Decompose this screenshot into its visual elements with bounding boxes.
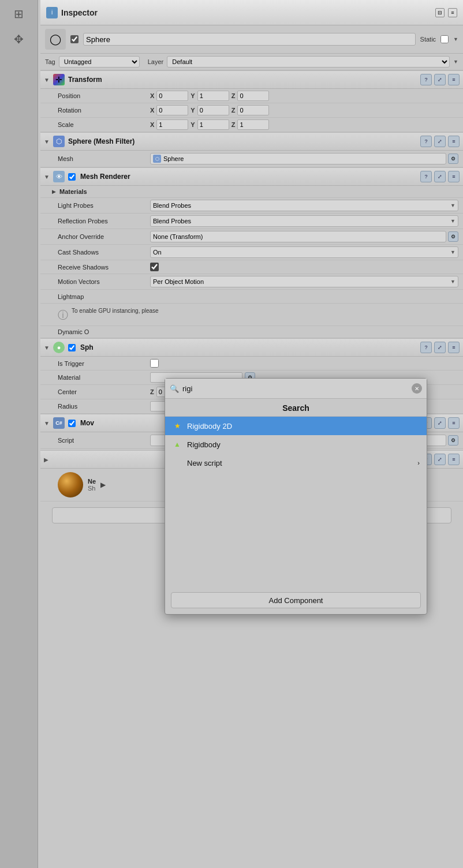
mat-expand-btn[interactable]: ⤢ [434,454,446,465]
transform-help-btn[interactable]: ? [420,74,432,85]
mesh-filter-help-btn[interactable]: ? [420,136,432,147]
receive-shadows-row: Receive Shadows [40,260,463,274]
search-text-input[interactable] [182,382,408,395]
materials-arrow: ▶ [52,189,56,194]
mesh-value-icon: ⬡ [153,155,161,163]
mesh-filter-icon: ⬡ [53,136,65,147]
is-trigger-checkbox[interactable] [150,359,159,368]
static-checkbox[interactable] [440,35,449,43]
mesh-renderer-arrow[interactable]: ▼ [44,174,50,180]
move-script-menu-btn[interactable]: ≡ [448,417,460,429]
script-gear-btn[interactable]: ⚙ [448,435,458,446]
rot-z-input[interactable] [237,105,269,115]
material-play-icon: ▶ [100,481,106,489]
receive-shadows-checkbox[interactable] [150,263,159,271]
reflection-probes-label: Reflection Probes [58,218,150,225]
search-result-rigidbody2d[interactable]: ★ Rigidbody 2D [165,417,427,435]
title-btn-2[interactable]: ≡ [448,8,457,17]
rigidbody2d-label: Rigidbody 2D [187,422,420,431]
search-spacer [165,472,427,588]
sphere-collider-arrow[interactable]: ▼ [44,345,50,351]
left-panel-tool2[interactable]: ✥ [8,28,31,51]
object-name-input[interactable] [83,33,416,46]
mesh-renderer-expand-btn[interactable]: ⤢ [434,171,446,182]
search-clear-btn[interactable]: ✕ [412,383,422,394]
scale-z-input[interactable] [237,119,269,130]
cast-shadows-dropdown[interactable]: On ▼ [150,246,458,258]
search-panel-title: Search [165,399,427,417]
sphere-collider-expand-btn[interactable]: ⤢ [434,342,446,353]
anchor-override-dropdown[interactable]: None (Transform) [150,231,446,242]
rigidbody-label: Rigidbody [187,440,420,449]
left-panel-tool[interactable]: ⊞ [8,2,31,25]
is-trigger-row: Is Trigger [40,357,463,371]
is-trigger-value [150,359,458,368]
mesh-renderer-actions: ? ⤢ ≡ [420,171,460,182]
layer-select[interactable]: Default [167,56,450,68]
reflection-probes-dropdown[interactable]: Blend Probes ▼ [150,215,458,227]
move-script-expand-btn[interactable]: ⤢ [434,417,446,429]
anchor-gear-btn[interactable]: ⚙ [448,231,458,242]
scale-x-input[interactable] [156,119,188,130]
scale-row: Scale X Y Z [40,118,463,132]
sphere-collider-enabled[interactable] [68,344,76,351]
mat-menu-btn[interactable]: ≡ [448,454,460,465]
material-info: Ne Sh [88,478,96,492]
transform-arrow[interactable]: ▼ [44,77,50,83]
transform-expand-btn[interactable]: ⤢ [434,74,446,85]
object-active-checkbox[interactable] [70,35,79,43]
rigidbody2d-icon: ★ [172,421,182,431]
rotation-label: Rotation [58,107,150,114]
reflection-probes-value: Blend Probes [153,218,450,225]
move-script-enabled[interactable] [68,420,76,427]
light-probes-dropdown[interactable]: Blend Probes ▼ [150,200,458,211]
search-add-label: Add Component [269,596,323,605]
light-probes-arrow-icon: ▼ [450,203,455,208]
lightmap-label: Lightmap [58,293,150,300]
material-sphere-preview [58,472,83,497]
object-header: ◯ Static ▼ [40,25,463,54]
scale-y-input[interactable] [197,119,229,130]
materials-row[interactable]: ▶ Materials [40,186,463,198]
transform-actions: ? ⤢ ≡ [420,74,460,85]
anchor-override-value: None (Transform) [153,233,443,240]
newscript-label: New script [187,459,413,467]
search-add-component-btn[interactable]: Add Component [171,592,421,608]
sphere-collider-help-btn[interactable]: ? [420,342,432,353]
mesh-filter-title: Sphere (Mesh Filter) [68,137,417,145]
mesh-gear-btn[interactable]: ⚙ [448,154,458,164]
window-title: Inspector [61,8,98,17]
pos-x-input[interactable] [156,91,188,101]
pos-z-input[interactable] [237,91,269,101]
center-label: Center [58,388,150,395]
pos-x-label: X [150,92,154,99]
tag-layer-row: Tag Untagged Layer Default ▼ [40,54,463,70]
rot-y-input[interactable] [197,105,229,115]
inspector-icon: i [46,7,58,18]
pos-y-input[interactable] [197,91,229,101]
static-dropdown-arrow[interactable]: ▼ [453,36,458,42]
search-result-rigidbody[interactable]: ▲ Rigidbody [165,435,427,454]
position-fields: X Y Z [150,91,458,101]
receive-shadows-fields [150,263,458,271]
transform-menu-btn[interactable]: ≡ [448,74,460,85]
mesh-renderer-enabled[interactable] [68,173,76,181]
pos-y-label: Y [191,92,195,99]
title-btn-1[interactable]: ⊟ [435,8,445,17]
mesh-filter-arrow[interactable]: ▼ [44,139,50,145]
mesh-renderer-menu-btn[interactable]: ≡ [448,171,460,182]
mesh-renderer-help-btn[interactable]: ? [420,171,432,182]
tag-select[interactable]: Untagged [59,56,140,68]
material-preview-arrow[interactable]: ▶ [44,457,50,463]
move-script-arrow[interactable]: ▼ [44,420,50,426]
sphere-collider-menu-btn[interactable]: ≡ [448,342,460,353]
rot-x-input[interactable] [156,105,188,115]
motion-vectors-dropdown[interactable]: Per Object Motion ▼ [150,276,458,287]
mesh-filter-menu-btn[interactable]: ≡ [448,136,460,147]
reflection-probes-row: Reflection Probes Blend Probes ▼ [40,214,463,229]
search-magnifier-icon: 🔍 [170,384,179,393]
position-row: Position X Y Z [40,89,463,103]
mesh-filter-expand-btn[interactable]: ⤢ [434,136,446,147]
reflection-probes-arrow-icon: ▼ [450,218,455,224]
search-result-newscript[interactable]: New script › [165,454,427,472]
